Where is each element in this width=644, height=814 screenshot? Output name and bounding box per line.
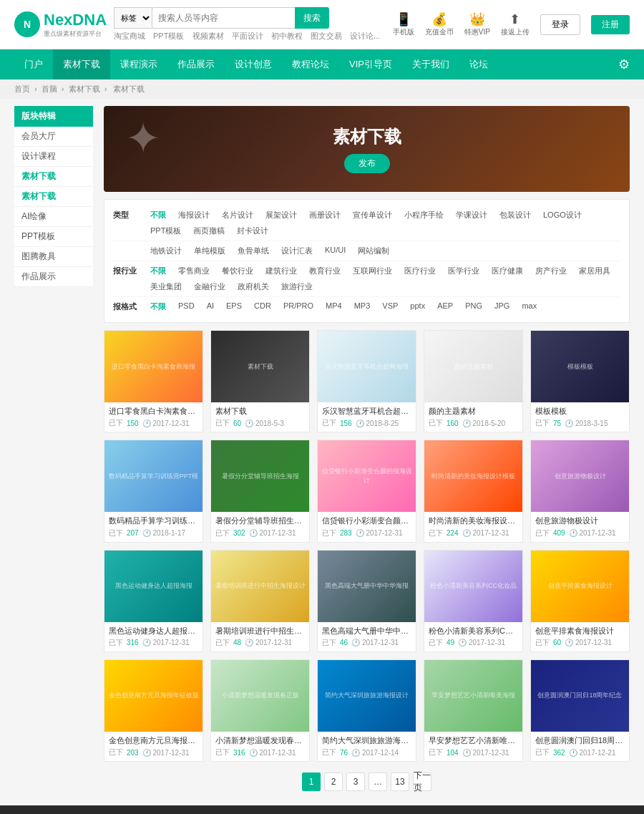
filter-tag-metro[interactable]: 地铁设计 bbox=[145, 244, 187, 258]
nav-home[interactable]: 门户 bbox=[14, 49, 53, 79]
sidebar-item-works[interactable]: 作品展示 bbox=[14, 267, 93, 287]
filter-tag-course[interactable]: 学课设计 bbox=[451, 208, 492, 222]
filter-fmt-eps[interactable]: EPS bbox=[221, 300, 247, 314]
grid-item[interactable]: 创意平排素食海报设计 创意平排素食海报设计 已下 60 🕐 2017-12-31 bbox=[530, 550, 630, 652]
grid-item[interactable]: 进口零食黑白卡淘素食商海报 进口零食黑白卡淘素食商海报 已下 150 🕐 201… bbox=[104, 330, 203, 432]
filter-fmt-prpro[interactable]: PR/PRO bbox=[278, 300, 318, 314]
grid-item[interactable]: 乐汉智慧蓝牙耳机合超网海报 乐汉智慧蓝牙耳机合超网海报 已下 156 🕐 201… bbox=[317, 330, 416, 432]
upload-icon[interactable]: ⬆ 接返上传 bbox=[501, 11, 530, 37]
grid-item[interactable]: 金色创意南方元旦海报年征收版 金色创意南方元旦海报年征收版 已下 203 🕐 2… bbox=[104, 659, 203, 762]
filter-fmt-aep[interactable]: AEP bbox=[432, 300, 458, 314]
page-3[interactable]: 3 bbox=[346, 772, 365, 791]
filter-ind-real[interactable]: 房产行业 bbox=[530, 264, 572, 278]
page-2[interactable]: 2 bbox=[324, 772, 343, 791]
filter-fmt-psd[interactable]: PSD bbox=[173, 300, 200, 314]
grid-item[interactable]: 模板模板 模板模板 已下 75 🕐 2018-3-15 bbox=[530, 330, 630, 432]
page-1[interactable]: 1 bbox=[302, 772, 321, 791]
filter-tag-banner[interactable]: 展架设计 bbox=[260, 208, 302, 222]
filter-ind-beauty[interactable]: 美业集团 bbox=[145, 280, 187, 294]
filter-tag-bone[interactable]: 鱼骨单纸 bbox=[233, 244, 274, 258]
login-button[interactable]: 登录 bbox=[540, 14, 580, 35]
filter-fmt-mp4[interactable]: MP4 bbox=[321, 300, 347, 314]
link-design[interactable]: 平面设计 bbox=[232, 32, 263, 40]
filter-tag-pack[interactable]: 包装设计 bbox=[494, 208, 536, 222]
search-input[interactable] bbox=[152, 7, 295, 29]
breadcrumb-material[interactable]: 素材下载 bbox=[69, 84, 100, 93]
filter-tag-mini[interactable]: 小程序手绘 bbox=[399, 208, 449, 222]
filter-ind-med[interactable]: 医疗行业 bbox=[399, 264, 441, 278]
filter-fmt-pptx[interactable]: pptx bbox=[405, 300, 430, 314]
filter-fmt-jpg[interactable]: JPG bbox=[489, 300, 514, 314]
filter-tag-ppt[interactable]: PPT模板 bbox=[145, 224, 186, 238]
grid-item[interactable]: 素材下载 素材下载 已下 60 🕐 2018-5-3 bbox=[210, 330, 310, 432]
nav-bbs[interactable]: 论坛 bbox=[459, 49, 498, 79]
link-video[interactable]: 视频素材 bbox=[192, 32, 224, 40]
filter-tag-all[interactable]: 不限 bbox=[145, 208, 171, 222]
filter-tag-card[interactable]: 名片设计 bbox=[217, 208, 258, 222]
filter-ind-internet[interactable]: 互联网行业 bbox=[348, 264, 397, 278]
grid-item[interactable]: 创意圆润澳门回归18周年纪念 创意圆润澳门回归18周年纪念 已下 362 🕐 2… bbox=[530, 659, 630, 762]
filter-ind-retail[interactable]: 零售商业 bbox=[173, 264, 215, 278]
mobile-icon[interactable]: 📱 手机版 bbox=[393, 11, 414, 37]
filter-tag-page[interactable]: 画页撤稿 bbox=[188, 224, 230, 238]
grid-item[interactable]: 暑假分分堂辅导班招生海报 暑假分分堂辅导班招生海报 已下 302 🕐 2017-… bbox=[210, 440, 310, 542]
grid-item[interactable]: 颜的主题素材 颜的主题素材 已下 160 🕐 2018-5-20 bbox=[424, 330, 523, 432]
grid-item[interactable]: 时尚清新的美妆海报设计模板 时尚清新的美妆海报设计模板 已下 224 🕐 201… bbox=[424, 440, 523, 542]
coins-icon[interactable]: 💰 充值金币 bbox=[425, 11, 454, 37]
filter-ind-gov[interactable]: 政府机关 bbox=[233, 280, 274, 294]
sidebar-item-material2[interactable]: 素材下载 bbox=[14, 187, 93, 207]
nav-about[interactable]: 关于我们 bbox=[402, 49, 459, 79]
register-button[interactable]: 注册 bbox=[591, 15, 630, 34]
search-button[interactable]: 搜索 bbox=[295, 7, 329, 29]
page-next[interactable]: 下一页 bbox=[413, 772, 431, 791]
grid-item[interactable]: 简约大气深圳旅旅游海报设计 简约大气深圳旅旅游海报设计 已下 76 🕐 2017… bbox=[317, 659, 416, 762]
grid-item[interactable]: 黑色高端大气册中华中华海报 黑色高端大气册中华中华海报 已下 46 🕐 2017… bbox=[317, 550, 416, 652]
link-trade[interactable]: 图文交易 bbox=[311, 32, 342, 40]
grid-item[interactable]: 信贷银行小彩渐变合颜的报海设计 信贷银行小彩渐变合颜的报海设计 已下 283 🕐… bbox=[317, 440, 416, 542]
link-ppt[interactable]: PPT模板 bbox=[153, 32, 184, 40]
sidebar-item-ppt[interactable]: PPT模板 bbox=[14, 227, 93, 247]
filter-tag-summary[interactable]: 设计汇表 bbox=[276, 244, 318, 258]
filter-fmt-png[interactable]: PNG bbox=[460, 300, 487, 314]
filter-fmt-all[interactable]: 不限 bbox=[145, 300, 171, 314]
nav-works[interactable]: 作品展示 bbox=[167, 49, 225, 79]
filter-ind-medical[interactable]: 医学行业 bbox=[443, 264, 484, 278]
filter-tag-album[interactable]: 画册设计 bbox=[304, 208, 346, 222]
link-more[interactable]: 设计论... bbox=[350, 32, 380, 40]
filter-ind-home[interactable]: 家居用具 bbox=[574, 264, 615, 278]
link-taobao[interactable]: 淘宝商城 bbox=[114, 32, 145, 40]
filter-ind-all[interactable]: 不限 bbox=[145, 264, 171, 278]
nav-settings-icon[interactable]: ⚙ bbox=[618, 57, 630, 72]
nav-material[interactable]: 素材下载 bbox=[53, 49, 110, 79]
sidebar-item-material[interactable]: 素材下载 bbox=[14, 167, 93, 187]
filter-tag-ui[interactable]: KU/UI bbox=[320, 244, 351, 258]
grid-item[interactable]: 创意旅游物极设计 创意旅游物极设计 已下 409 🕐 2017-12-31 bbox=[530, 440, 630, 542]
filter-ind-build[interactable]: 建筑行业 bbox=[260, 264, 302, 278]
sidebar-item-member[interactable]: 会员大厅 bbox=[14, 127, 93, 147]
grid-item[interactable]: 粉色小清新美容系列CC化妆品 粉色小清新美容系列CC化妆品 已下 49 🕐 20… bbox=[424, 550, 523, 652]
sidebar-item-ai[interactable]: AI绘像 bbox=[14, 207, 93, 227]
banner-publish-btn[interactable]: 发布 bbox=[344, 154, 390, 173]
filter-ind-edu[interactable]: 教育行业 bbox=[304, 264, 346, 278]
filter-ind-food[interactable]: 餐饮行业 bbox=[217, 264, 258, 278]
nav-vip[interactable]: VIP引导页 bbox=[339, 49, 402, 79]
nav-forum[interactable]: 教程论坛 bbox=[282, 49, 339, 79]
nav-creative[interactable]: 设计创意 bbox=[225, 49, 282, 79]
vip-icon[interactable]: 👑 特惠VIP bbox=[464, 11, 490, 37]
grid-item[interactable]: 早安梦想艺艺小清新唯美海报 早安梦想艺艺小清新唯美海报 已下 104 🕐 201… bbox=[424, 659, 523, 762]
sidebar-item-course[interactable]: 设计课程 bbox=[14, 147, 93, 167]
filter-ind-health[interactable]: 医疗健康 bbox=[487, 264, 528, 278]
nav-course[interactable]: 课程演示 bbox=[110, 49, 167, 79]
grid-item[interactable]: 小清新梦想温暖发现春正版 小清新梦想温暖发现春正版 已下 316 🕐 2017-… bbox=[210, 659, 310, 762]
search-category[interactable]: 标签 bbox=[114, 7, 152, 29]
grid-item[interactable]: 黑色运动健身达人超报海报 黑色运动健身达人超报海报 已下 316 🕐 2017-… bbox=[104, 550, 203, 652]
filter-tag-web[interactable]: 网站编制 bbox=[353, 244, 394, 258]
breadcrumb-top[interactable]: 首脑 bbox=[42, 84, 57, 93]
filter-ind-travel[interactable]: 旅游行业 bbox=[276, 280, 318, 294]
filter-tag-poster[interactable]: 海报设计 bbox=[173, 208, 215, 222]
sidebar-item-tools[interactable]: 图腾教具 bbox=[14, 247, 93, 267]
filter-tag-cover[interactable]: 封卡设计 bbox=[232, 224, 273, 238]
filter-fmt-cdr[interactable]: CDR bbox=[249, 300, 276, 314]
breadcrumb-home[interactable]: 首页 bbox=[14, 84, 30, 93]
filter-tag-template[interactable]: 单纯模版 bbox=[189, 244, 230, 258]
